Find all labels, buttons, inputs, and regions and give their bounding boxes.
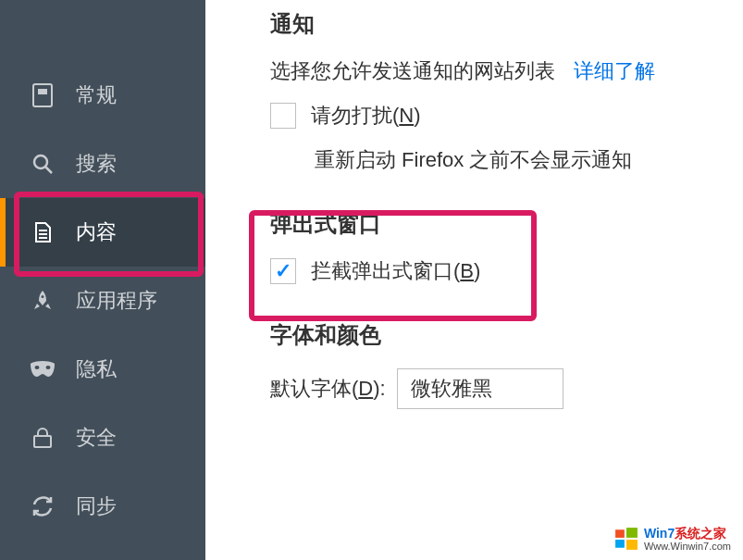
svg-rect-10	[615, 530, 625, 539]
fonts-heading: 字体和颜色	[270, 320, 743, 350]
sidebar-item-label: 搜索	[76, 150, 117, 178]
sidebar-item-privacy[interactable]: 隐私	[0, 335, 205, 404]
general-icon	[28, 83, 57, 107]
default-font-select[interactable]: 微软雅黑	[397, 368, 563, 409]
popups-section: 弹出式窗口 拦截弹出式窗口(B)	[270, 209, 743, 285]
svg-rect-9	[34, 436, 51, 447]
lock-icon	[28, 427, 57, 449]
svg-rect-1	[38, 89, 47, 94]
windows-icon	[614, 527, 638, 551]
notifications-heading: 通知	[270, 9, 743, 39]
do-not-disturb-label: 请勿打扰(N)	[311, 102, 421, 130]
sidebar-item-label: 同步	[76, 492, 117, 520]
popups-heading: 弹出式窗口	[270, 209, 743, 239]
svg-point-7	[35, 366, 40, 369]
block-popups-label: 拦截弹出式窗口(B)	[311, 257, 480, 285]
settings-sidebar: 常规 搜索 内容 应用程序 隐私	[0, 0, 205, 560]
sidebar-item-search[interactable]: 搜索	[0, 130, 205, 198]
sidebar-item-label: 隐私	[76, 355, 117, 383]
do-not-disturb-checkbox[interactable]	[270, 103, 296, 129]
default-font-label: 默认字体(D):	[270, 375, 386, 403]
svg-rect-13	[626, 540, 638, 550]
svg-rect-11	[626, 528, 638, 538]
sidebar-item-general[interactable]: 常规	[0, 61, 205, 130]
fonts-section: 字体和颜色 默认字体(D): 微软雅黑	[270, 320, 743, 409]
search-icon	[28, 153, 57, 175]
settings-content: 通知 选择您允许发送通知的网站列表 详细了解 请勿打扰(N) 重新启动 Fire…	[205, 0, 743, 560]
svg-rect-0	[33, 84, 52, 106]
notifications-section: 通知 选择您允许发送通知的网站列表 详细了解 请勿打扰(N) 重新启动 Fire…	[270, 9, 743, 174]
sidebar-item-label: 内容	[76, 218, 117, 246]
notifications-description: 选择您允许发送通知的网站列表	[270, 57, 555, 85]
sidebar-item-label: 常规	[76, 81, 117, 109]
sync-icon	[28, 494, 57, 518]
sidebar-item-content[interactable]: 内容	[0, 198, 205, 267]
sidebar-item-label: 应用程序	[76, 287, 157, 315]
rocket-icon	[28, 290, 57, 312]
watermark: Win7系统之家 Www.Winwin7.com	[610, 524, 736, 554]
svg-rect-12	[615, 540, 625, 548]
dnd-subtext: 重新启动 Firefox 之前不会显示通知	[315, 146, 743, 174]
sidebar-item-security[interactable]: 安全	[0, 404, 205, 472]
svg-point-8	[46, 366, 51, 369]
svg-point-2	[34, 156, 47, 168]
block-popups-checkbox[interactable]	[270, 258, 296, 284]
sidebar-item-label: 安全	[76, 424, 117, 452]
mask-icon	[28, 361, 57, 378]
content-icon	[28, 221, 57, 243]
sidebar-item-sync[interactable]: 同步	[0, 472, 205, 541]
svg-line-3	[45, 167, 52, 173]
learn-more-link[interactable]: 详细了解	[574, 57, 655, 85]
sidebar-item-applications[interactable]: 应用程序	[0, 267, 205, 335]
